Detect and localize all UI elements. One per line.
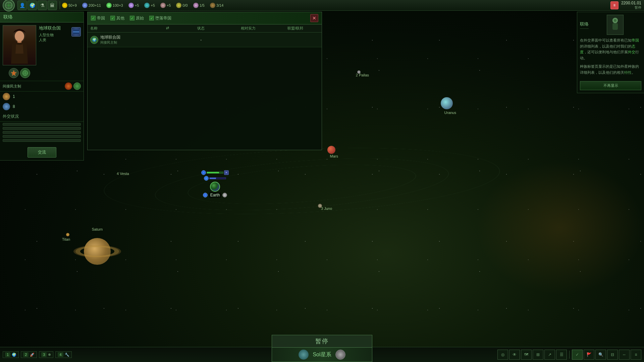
system-name-bar[interactable]: Sol星系 <box>272 347 372 362</box>
mars-planet[interactable] <box>327 146 335 154</box>
diplomacy-left-panel: 联络 <box>0 12 84 161</box>
map-btn-list[interactable]: ≡ <box>631 350 641 360</box>
vesta-label: 4 Vesta <box>117 172 129 176</box>
earth-planet[interactable] <box>210 182 220 192</box>
map-btn-move[interactable]: ↗ <box>544 350 555 360</box>
map-btn-checklist[interactable]: ✓ <box>572 350 583 360</box>
map-btn-menu[interactable]: ☰ <box>556 350 567 360</box>
juno-label: 3 Juno <box>321 206 332 210</box>
consumer-value: +5 <box>151 3 155 7</box>
mineral-icon <box>82 3 88 8</box>
queue-item-1[interactable]: 1 🌍 <box>3 351 19 358</box>
filter-empire[interactable]: ✓ 帝国 <box>91 15 105 21</box>
nav-icon-3[interactable]: ⚗ <box>38 1 47 10</box>
filter-other[interactable]: ✓ 其他 <box>110 15 124 21</box>
government-label: 间接民主制 <box>3 84 21 89</box>
empire-flag-btn[interactable] <box>71 27 81 37</box>
uranus-label: Uranus <box>444 111 456 115</box>
queue-num-4: 4 <box>58 352 63 357</box>
queue-item-4[interactable]: 4 🔧 <box>55 351 71 358</box>
uranus-planet[interactable] <box>441 97 453 109</box>
row-empire-icon: 🌍 <box>90 36 98 44</box>
filter-header: ✓ 帝国 ✓ 其他 ✓ 原始 ✓ 堕落帝国 ✕ <box>88 12 322 24</box>
map-btn-map[interactable]: 🗺 <box>521 350 532 360</box>
col-status: 状态 <box>177 26 225 31</box>
other-checkbox[interactable]: ✓ <box>110 16 115 20</box>
earth-flag-icon <box>203 193 208 197</box>
queue-num-2: 2 <box>23 352 29 357</box>
map-btn-arrow[interactable]: ↔ <box>619 350 630 360</box>
queue-item-2[interactable]: 2 🚀 <box>21 351 37 358</box>
map-btn-grid[interactable]: ⊞ <box>533 350 543 360</box>
panel-header: 联络 <box>0 12 84 22</box>
divider-1 <box>60 1 60 9</box>
pop-count: 8 <box>13 104 15 109</box>
energy-icon <box>62 3 67 8</box>
logo-icon <box>5 2 12 9</box>
earth-health-fill <box>207 172 219 173</box>
map-btn-target[interactable]: ◎ <box>497 350 508 360</box>
nav-icon-4[interactable]: 🏛 <box>48 1 57 10</box>
avatar-figure <box>3 25 36 65</box>
origin-checkbox[interactable]: ✓ <box>130 16 135 20</box>
gov-icon-2 <box>73 82 81 90</box>
titan-label: Titan <box>62 237 70 241</box>
empire-checkbox[interactable]: ✓ <box>91 16 96 20</box>
origin-filter-label: 原始 <box>136 15 144 21</box>
earth-info-icon <box>222 193 227 197</box>
earth-shield-bar <box>209 177 226 179</box>
map-btn-flag[interactable]: 🚩 <box>584 350 594 360</box>
nav-icon-1[interactable]: 👤 <box>17 1 27 10</box>
influence-icon <box>193 3 199 8</box>
table-row[interactable]: 🌍 地球联合国 间接民主制 - <box>88 33 322 47</box>
empire-avatar[interactable] <box>3 25 36 65</box>
diplo-bar-4 <box>3 135 81 138</box>
avatar-person-svg <box>6 27 33 64</box>
fallen-checkbox[interactable]: ✓ <box>149 16 154 20</box>
pause-controls: ⏸ 2200.01.01 暂停 <box>610 1 641 10</box>
map-btn-screen[interactable]: ⊟ <box>607 350 618 360</box>
resource-energy: 50+9 <box>62 3 77 8</box>
diplo-bar-3 <box>3 131 81 134</box>
planet-stat-icon <box>3 93 10 100</box>
filter-origin[interactable]: ✓ 原始 <box>130 15 144 21</box>
earth-shield-fill <box>210 178 216 179</box>
bottom-right-controls: ◎ 👁 🗺 ⊞ ↗ ☰ ✓ 🚩 🔍 ⊟ ↔ ≡ <box>497 350 641 360</box>
game-date: 2200.01.01 暂停 <box>621 1 641 10</box>
resource-consumer: +5 <box>144 3 155 8</box>
pause-button[interactable]: ⏸ <box>610 1 619 9</box>
diplomacy-bars <box>0 122 84 144</box>
svg-rect-14 <box>612 23 618 30</box>
row-empire-title: 地球联合国 <box>100 35 120 40</box>
saturn-container[interactable]: Saturn <box>77 227 117 265</box>
map-btn-view[interactable]: 👁 <box>509 350 520 360</box>
titan-planet[interactable] <box>66 233 69 236</box>
alloy-icon <box>160 3 166 8</box>
earth-health-bar <box>207 172 223 174</box>
paused-banner: 暂停 <box>272 335 372 347</box>
empire-emblem-1 <box>9 68 19 78</box>
resource-mineral: 200+11 <box>82 3 101 8</box>
empire-icons <box>9 68 30 78</box>
government-row: 间接民主制 <box>0 81 84 92</box>
game-logo[interactable] <box>3 0 15 11</box>
queue-num-1: 1 <box>5 352 10 357</box>
system-label: 暂停 Sol星系 <box>272 335 372 362</box>
no-show-button[interactable]: 不再显示 <box>580 81 641 90</box>
map-btn-zoom[interactable]: 🔍 <box>595 350 606 360</box>
resource-alloy: +5 <box>160 3 171 8</box>
exchange-button[interactable]: 交流 <box>28 147 56 158</box>
queue-item-3[interactable]: 3 ❄ <box>39 351 53 358</box>
main-diplomacy-panel: ✓ 帝国 ✓ 其他 ✓ 原始 ✓ 堕落帝国 ✕ 名称 ⇄ 状态 相对实力 联盟/… <box>87 12 322 150</box>
resource-unity: 0/0 <box>176 3 187 8</box>
svg-marker-7 <box>11 70 16 76</box>
close-panel-button[interactable]: ✕ <box>310 14 318 22</box>
mineral-value: 200+11 <box>89 3 101 7</box>
nav-icon-2[interactable]: 🌍 <box>28 1 37 10</box>
right-avatar-svg <box>608 16 622 33</box>
filter-fallen[interactable]: ✓ 堕落帝国 <box>149 15 171 21</box>
earth-container[interactable]: ✕ Earth <box>201 170 229 198</box>
col-sort[interactable]: ⇄ <box>157 26 177 31</box>
consumer-icon <box>144 3 150 8</box>
queue-icon-1: 🌍 <box>12 353 16 357</box>
